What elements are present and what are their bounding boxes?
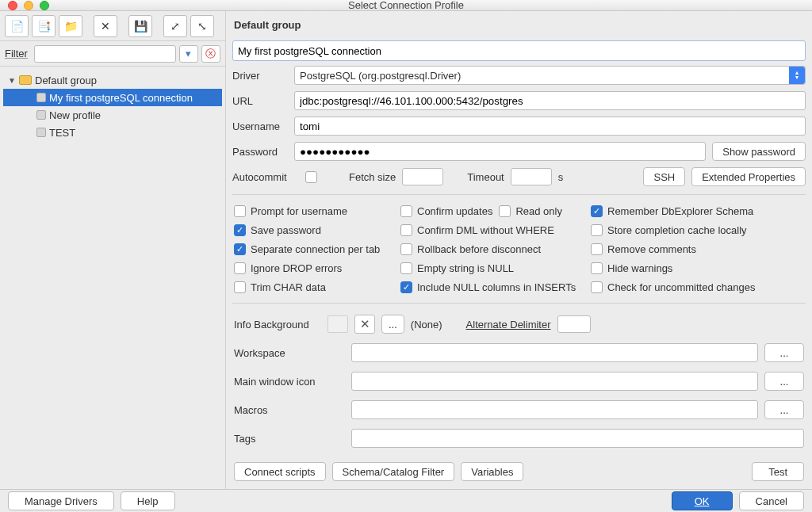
tree-item-label: My first postgreSQL connection	[49, 92, 193, 104]
new-profile-button[interactable]: 📄	[5, 15, 29, 37]
save-password-label: Save password	[251, 224, 321, 236]
group-header: Default group	[232, 16, 806, 37]
driver-label: Driver	[232, 70, 288, 82]
new-group-button[interactable]: 📁	[59, 15, 82, 37]
db-icon	[36, 93, 46, 102]
help-button[interactable]: Help	[121, 491, 175, 510]
db-icon	[36, 128, 46, 137]
titlebar: Select Connection Profile	[0, 0, 812, 11]
rollback-label: Rollback before disconnect	[417, 243, 541, 255]
cancel-button[interactable]: Cancel	[739, 491, 804, 510]
include-null-checkbox[interactable]	[400, 281, 412, 293]
db-icon	[36, 110, 46, 120]
profile-tree[interactable]: ▼ Default group My first postgreSQL conn…	[0, 67, 225, 489]
read-only-checkbox[interactable]	[499, 205, 511, 217]
prompt-username-checkbox[interactable]	[234, 205, 246, 217]
include-null-label: Include NULL columns in INSERTs	[417, 281, 576, 293]
ssh-button[interactable]: SSH	[643, 167, 685, 186]
driver-select[interactable]: PostgreSQL (org.postgresql.Driver) ▲▼	[294, 66, 806, 85]
tree-group-label: Default group	[35, 75, 97, 86]
main-icon-label: Main window icon	[234, 376, 345, 388]
fetchsize-input[interactable]	[402, 168, 443, 185]
expand-tree-button[interactable]: ⤢	[163, 15, 187, 37]
funnel-icon: ▾	[186, 48, 191, 59]
info-bg-clear-button[interactable]: ✕	[354, 315, 375, 334]
tree-item[interactable]: My first postgreSQL connection	[3, 89, 222, 106]
filter-apply-button[interactable]: ▾	[179, 45, 198, 63]
macros-browse-button[interactable]: ...	[764, 400, 804, 419]
info-bg-none: (None)	[411, 319, 442, 331]
trim-char-label: Trim CHAR data	[251, 281, 326, 293]
left-toolbar: 📄 📑 📁 ✕ 💾 ⤢ ⤡	[0, 11, 225, 41]
check-uncommitted-checkbox[interactable]	[591, 281, 603, 293]
filter-label: Filter	[5, 48, 28, 59]
remove-comments-label: Remove comments	[607, 243, 696, 255]
url-label: URL	[232, 95, 288, 107]
variables-button[interactable]: Variables	[461, 462, 523, 481]
store-cache-checkbox[interactable]	[591, 224, 603, 236]
manage-drivers-button[interactable]: Manage Drivers	[8, 491, 114, 510]
connect-scripts-button[interactable]: Connect scripts	[234, 462, 326, 481]
confirm-updates-checkbox[interactable]	[400, 205, 412, 217]
save-password-checkbox[interactable]	[234, 224, 246, 236]
separate-conn-checkbox[interactable]	[234, 243, 246, 255]
extended-properties-button[interactable]: Extended Properties	[691, 167, 806, 186]
ok-button[interactable]: OK	[672, 491, 733, 510]
chevron-down-icon: ▼	[8, 76, 16, 85]
trim-char-checkbox[interactable]	[234, 281, 246, 293]
timeout-unit: s	[558, 171, 564, 183]
empty-null-checkbox[interactable]	[400, 262, 412, 274]
workspace-label: Workspace	[234, 347, 345, 359]
filter-input[interactable]	[34, 45, 176, 63]
alt-delimiter-input[interactable]	[557, 315, 591, 333]
rollback-checkbox[interactable]	[400, 243, 412, 255]
autocommit-checkbox[interactable]	[305, 171, 317, 183]
tree-item-label: TEST	[49, 127, 75, 139]
workspace-browse-button[interactable]: ...	[764, 343, 804, 362]
test-connection-button[interactable]: Test	[752, 462, 804, 481]
driver-select-value: PostgreSQL (org.postgresql.Driver)	[300, 70, 461, 82]
prompt-username-label: Prompt for username	[251, 205, 347, 217]
show-password-button[interactable]: Show password	[712, 142, 806, 161]
main-icon-browse-button[interactable]: ...	[764, 372, 804, 391]
delete-button[interactable]: ✕	[94, 15, 117, 37]
macros-input[interactable]	[351, 400, 758, 419]
profile-name-input[interactable]	[232, 40, 806, 61]
remove-comments-checkbox[interactable]	[591, 243, 603, 255]
macros-label: Macros	[234, 404, 345, 416]
username-input[interactable]	[294, 117, 806, 136]
ignore-drop-checkbox[interactable]	[234, 262, 246, 274]
check-uncommitted-label: Check for uncommitted changes	[607, 281, 755, 293]
timeout-input[interactable]	[511, 168, 552, 185]
tree-item[interactable]: New profile	[3, 106, 222, 124]
empty-null-label: Empty string is NULL	[417, 262, 514, 274]
info-bg-pick-button[interactable]: ...	[381, 315, 404, 334]
separate-conn-label: Separate connection per tab	[251, 243, 380, 255]
tags-input[interactable]	[351, 429, 804, 448]
workspace-input[interactable]	[351, 343, 758, 362]
tree-item-label: New profile	[49, 109, 101, 121]
confirm-dml-checkbox[interactable]	[400, 224, 412, 236]
folder-icon	[19, 75, 32, 85]
remember-schema-checkbox[interactable]	[591, 205, 603, 217]
password-label: Password	[232, 146, 288, 158]
save-button[interactable]: 💾	[128, 15, 152, 37]
ignore-drop-label: Ignore DROP errors	[251, 262, 342, 274]
confirm-updates-label: Confirm updates	[417, 205, 492, 217]
copy-profile-button[interactable]: 📑	[32, 15, 56, 37]
main-icon-input[interactable]	[351, 372, 758, 391]
remember-schema-label: Remember DbExplorer Schema	[607, 205, 753, 217]
username-label: Username	[232, 120, 288, 132]
schema-filter-button[interactable]: Schema/Catalog Filter	[332, 462, 455, 481]
store-cache-label: Store completion cache locally	[607, 224, 747, 236]
password-input[interactable]	[294, 142, 706, 161]
tags-label: Tags	[234, 433, 345, 445]
collapse-tree-button[interactable]: ⤡	[190, 15, 214, 37]
url-input[interactable]	[294, 91, 806, 110]
hide-warnings-checkbox[interactable]	[591, 262, 603, 274]
tree-group[interactable]: ▼ Default group	[3, 71, 222, 89]
tree-item[interactable]: TEST	[3, 124, 222, 141]
info-bg-label: Info Background	[234, 319, 321, 331]
info-bg-swatch[interactable]	[327, 315, 348, 333]
filter-clear-button[interactable]: ⓧ	[201, 45, 220, 63]
